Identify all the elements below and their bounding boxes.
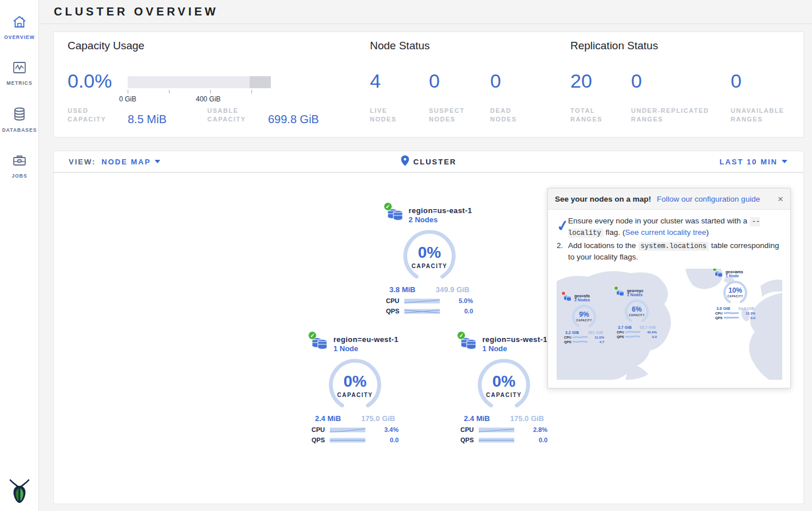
sidebar-item-overview[interactable]: OVERVIEW (0, 7, 39, 46)
view-label: VIEW: (69, 158, 96, 166)
cluster-overview-page: OVERVIEW METRICS DATABASES (0, 0, 812, 511)
qps-value: 4.7 (600, 340, 604, 344)
node-marker-header[interactable]: ✓ region=us-east-1 2 Nodes (387, 206, 472, 224)
qps-sparkline (724, 316, 739, 319)
capacity-donut: 0% CAPACITY (402, 229, 457, 284)
capacity-percent: 9% (571, 310, 597, 319)
region-label: region=us-east-1 (409, 206, 472, 215)
cpu-label: CPU (460, 426, 479, 433)
capacity-percent: 0% (476, 372, 531, 391)
total-ranges-value: 20 (570, 70, 592, 92)
capacity-percent: 10% (722, 286, 748, 294)
used-capacity-label: USED CAPACITY (68, 107, 119, 124)
capacity-percent: 0% (402, 243, 457, 262)
node-group-icon (563, 294, 572, 302)
qps-row: QPS 0.0 (617, 335, 657, 339)
qps-label: QPS (564, 340, 573, 344)
sample-map-preview: geo=sfo 2 Nodes 9% CAPACITY (557, 269, 782, 380)
qps-sparkline (625, 335, 640, 338)
unavailable-ranges-value: 0 (731, 70, 742, 92)
cpu-sparkline (330, 427, 365, 433)
locality-tree-link[interactable]: See current locality tree (625, 228, 706, 237)
chevron-down-icon (782, 160, 787, 163)
qps-row: QPS 0.0 (460, 437, 547, 443)
node-marker-header[interactable]: ✓ region=eu-west-1 1 Node (312, 335, 399, 353)
nodes-link[interactable]: 1 Node (333, 344, 399, 353)
cockroach-logo-icon[interactable] (8, 479, 31, 504)
time-range-value: LAST 10 MIN (720, 158, 778, 166)
sidebar-item-label: JOBS (11, 173, 27, 179)
jobs-icon (12, 154, 27, 170)
capacity-percent: 6% (624, 305, 650, 313)
view-selector-dropdown[interactable]: NODE MAP (101, 158, 160, 166)
summary-card: Capacity Usage 0.0% 0 GiB 400 GiB USED C… (53, 32, 804, 137)
qps-value: 0.0 (464, 308, 473, 315)
node-marker-eu-west-1[interactable]: ✓ region=eu-west-1 1 Node (306, 335, 404, 443)
node-marker-header[interactable]: ✓ region=us-west-1 1 Node (460, 335, 547, 353)
nodes-count: 2 Nodes (574, 298, 590, 302)
suspect-nodes-label: SUSPECT NODES (429, 107, 475, 124)
step-number: 2. (557, 240, 563, 251)
breadcrumb-cluster[interactable]: CLUSTER (413, 158, 456, 166)
page-title: CLUSTER OVERVIEW (54, 5, 218, 18)
capacity-caption: CAPACITY (402, 263, 457, 269)
qps-value: 0.0 (751, 316, 755, 320)
qps-row: QPS 0.0 (312, 437, 399, 443)
view-bar: VIEW: NODE MAP CLUSTER LAST 10 MIN (53, 151, 804, 172)
sidebar-item-databases[interactable]: DATABASES (0, 99, 39, 139)
region-label: geo=ams (726, 270, 743, 274)
step-text: Ensure every node in your cluster was st… (568, 217, 747, 225)
node-group-icon: ✓ (460, 335, 478, 352)
total-capacity: 175.0 GiB (361, 414, 395, 423)
usable-capacity-label: USABLE CAPACITY (207, 107, 259, 124)
qps-row: QPS 0.0 (715, 316, 755, 320)
step-text: flag. ( (606, 228, 625, 237)
step-text: ) (706, 228, 709, 237)
setup-step-2: 2. Add locations to thesystem.locationst… (557, 240, 782, 263)
node-marker-us-east-1[interactable]: ✓ region=us-east-1 2 Nodes (380, 206, 479, 315)
under-replicated-value: 0 (631, 70, 642, 92)
capacity-bar (128, 76, 271, 88)
cpu-row: CPU 42.6% (617, 331, 657, 334)
mini-node-marker-nyc: geo=nyc 2 Nodes 6% CAPACITY (613, 289, 661, 339)
cpu-label: CPU (564, 336, 573, 339)
capacity-caption: CAPACITY (328, 392, 383, 398)
dead-nodes-label: DEAD NODES (490, 107, 536, 124)
qps-sparkline (573, 340, 588, 343)
node-map-setup-popup: See your nodes on a map! Follow our conf… (547, 188, 791, 388)
capacity-usage-title: Capacity Usage (68, 40, 144, 52)
node-group-icon (616, 289, 625, 297)
capacity-percent: 0% (328, 372, 383, 391)
system-locations-code: system.locations (638, 242, 709, 251)
used-capacity-value: 8.5 MiB (128, 113, 167, 126)
capacity-caption: CAPACITY (571, 319, 597, 322)
cpu-value: 12.3% (746, 312, 755, 315)
popup-title: See your nodes on a map! (555, 195, 651, 203)
total-capacity: 65.7 GiB (640, 325, 656, 329)
nodes-link[interactable]: 2 Nodes (409, 215, 472, 224)
total-capacity: 34.4 GiB (738, 306, 754, 310)
qps-sparkline (479, 437, 514, 443)
chevron-down-icon (155, 160, 160, 163)
total-capacity: 351 GiB (588, 331, 603, 335)
used-capacity: 2.4 MiB (464, 414, 490, 423)
cpu-sparkline (479, 427, 514, 433)
sidebar-item-jobs[interactable]: JOBS (0, 146, 39, 184)
cpu-value: 2.8% (533, 426, 547, 433)
capacity-donut: 9% CAPACITY (571, 304, 597, 330)
under-replicated-label: UNDER-REPLICATED RANGES (631, 107, 723, 124)
configuration-guide-link[interactable]: Follow our configuration guide (657, 195, 760, 203)
nodes-count: 2 Nodes (627, 293, 644, 297)
popup-header: See your nodes on a map! Follow our conf… (548, 188, 790, 210)
close-icon[interactable]: × (778, 194, 783, 204)
cpu-row: CPU 2.8% (460, 426, 547, 433)
node-map: ✓ region=us-east-1 2 Nodes (53, 172, 804, 504)
node-group-icon (715, 270, 723, 278)
step-text: Add locations to the (568, 241, 636, 250)
qps-sparkline (330, 437, 365, 443)
node-marker-us-west-1[interactable]: ✓ region=us-west-1 1 Node (455, 335, 553, 443)
capacity-donut: 0% CAPACITY (328, 357, 383, 412)
nodes-link[interactable]: 1 Node (482, 344, 547, 353)
sidebar-item-metrics[interactable]: METRICS (0, 53, 39, 92)
time-range-dropdown[interactable]: LAST 10 MIN (720, 158, 787, 166)
